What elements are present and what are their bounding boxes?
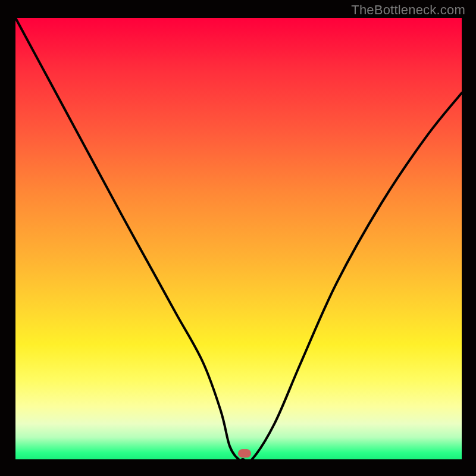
curve-layer — [15, 18, 462, 459]
chart-container: TheBottleneck.com — [0, 0, 476, 476]
watermark-label: TheBottleneck.com — [351, 2, 465, 18]
bottleneck-curve — [15, 18, 462, 459]
plot-area — [15, 18, 462, 459]
minimum-marker — [238, 449, 251, 458]
